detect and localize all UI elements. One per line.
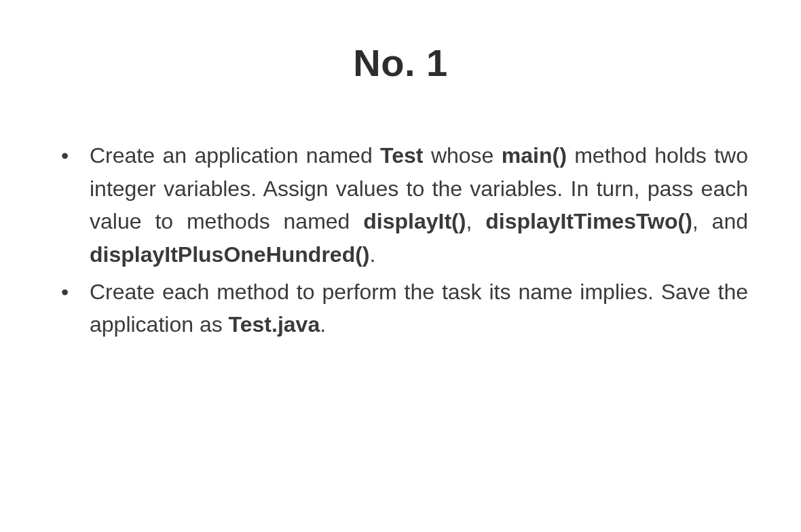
text-run: Create an application named <box>90 143 380 168</box>
bold-text: displayItTimesTwo() <box>485 209 692 233</box>
bold-text: Test.java <box>229 312 320 337</box>
text-run: Create each method to perform the task i… <box>90 280 748 337</box>
text-run: . <box>369 242 375 267</box>
page-title: No. 1 <box>53 41 748 85</box>
bold-text: Test <box>380 143 423 168</box>
bullet-item: Create each method to perform the task i… <box>53 276 748 341</box>
bullet-item: Create an application named Test whose m… <box>53 139 748 271</box>
text-run: . <box>320 312 326 337</box>
bold-text: main() <box>502 143 567 168</box>
text-run: , <box>466 209 485 233</box>
text-run: , and <box>692 209 748 233</box>
bullet-list: Create an application named Test whose m… <box>53 139 748 341</box>
bold-text: displayIt() <box>363 209 466 233</box>
bold-text: displayItPlusOneHundred() <box>90 242 369 267</box>
text-run: whose <box>424 143 502 168</box>
